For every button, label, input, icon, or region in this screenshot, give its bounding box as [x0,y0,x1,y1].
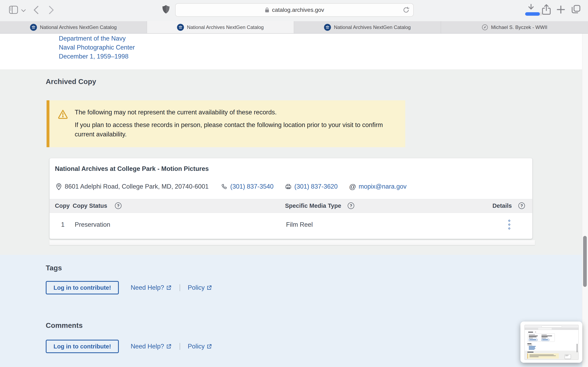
fax-icon [285,183,292,190]
archived-copy-section: Archived Copy The following may not repr… [0,69,588,255]
fax-link[interactable]: (301) 837-3620 [294,183,338,190]
screenshot-thumbnail[interactable] [520,322,582,363]
external-link-icon [207,285,212,290]
phone-link[interactable]: (301) 837-3540 [230,183,274,190]
table-row: 1 Preservation Film Reel [50,213,532,239]
warning-icon [58,109,68,120]
comments-heading: Comments [46,321,83,329]
availability-warning: The following may not represent the curr… [47,100,405,147]
shield-icon[interactable] [162,4,170,15]
comments-need-help-link[interactable]: Need Help? [131,343,172,350]
tab-title: National Archives NextGen Catalog [334,25,411,30]
page-content: Department of the Navy Naval Photographi… [0,34,588,367]
safari-compass-favicon [482,24,488,31]
reload-icon[interactable] [403,7,410,14]
external-link-icon [207,344,212,349]
col-copy-status: Copy Status [73,202,107,209]
scrollbar-track [582,34,588,367]
download-progress-bar [525,12,542,16]
phone-icon [221,183,227,190]
creator-links: Department of the Navy Naval Photographi… [59,34,135,61]
warning-line-2: If you plan to access these records in p… [75,120,395,139]
help-icon[interactable]: ? [115,202,121,209]
location-card: National Archives at College Park - Moti… [49,158,532,239]
creator-link-date-range[interactable]: December 1, 1959–1998 [59,52,135,61]
forward-icon[interactable] [47,5,55,15]
lock-icon [265,7,269,13]
new-tab-icon[interactable] [556,5,566,14]
comments-actions: Log in to contribute! Need Help? Policy [46,340,212,353]
chevron-down-icon[interactable] [21,9,26,12]
external-link-icon [166,285,172,290]
location-contact-row: 8601 Adelphi Road, College Park, MD, 207… [56,182,406,191]
cell-media-type: Film Reel [286,221,313,228]
tab-title: Michael S. Byczek - WWII [491,25,547,30]
archived-copy-heading: Archived Copy [46,77,96,86]
creator-section: Department of the Navy Naval Photographi… [0,34,588,69]
tab-bar: National Archives NextGen Catalog Nation… [0,21,588,34]
divider [180,284,180,291]
creator-link-naval-photo-center[interactable]: Naval Photographic Center [59,43,135,52]
external-link-icon [166,344,172,349]
email-link[interactable]: mopix@nara.gov [359,183,406,190]
tab-nara-3[interactable]: National Archives NextGen Catalog [294,21,441,33]
help-icon[interactable]: ? [518,202,525,209]
help-icon[interactable]: ? [348,202,354,209]
location-address: 8601 Adelphi Road, College Park, MD, 207… [65,183,209,190]
location-name: National Archives at College Park - Moti… [55,165,209,173]
comments-policy-link[interactable]: Policy [188,343,212,350]
back-icon[interactable] [32,5,40,15]
copies-table-header: Copy Copy Status ? Specific Media Type ?… [50,199,532,213]
warning-line-1: The following may not represent the curr… [75,108,277,117]
tab-title: National Archives NextGen Catalog [40,25,117,30]
card-footer-strip [49,240,535,245]
tags-need-help-link[interactable]: Need Help? [131,284,172,291]
col-specific-media-type: Specific Media Type [285,202,341,209]
sidebar-icon[interactable] [9,6,18,14]
scrollbar-thumb[interactable] [583,236,587,287]
col-details: Details [493,202,512,209]
nara-columns-favicon [177,24,184,31]
browser-toolbar: catalog.archives.gov [0,0,588,21]
nara-columns-favicon [30,24,37,31]
at-icon: @ [349,183,356,191]
divider [180,343,180,350]
contribution-section: Tags Log in to contribute! Need Help? Po… [0,255,588,367]
tab-title: National Archives NextGen Catalog [187,25,264,30]
download-progress-icon[interactable] [526,3,536,12]
tags-actions: Log in to contribute! Need Help? Policy [46,281,212,294]
col-copy: Copy [55,202,70,209]
share-icon[interactable] [541,4,551,16]
location-pin-icon [56,183,62,190]
tags-policy-link[interactable]: Policy [188,284,212,291]
tab-nara-2-active[interactable]: National Archives NextGen Catalog [147,21,294,33]
screenshot-thumbnail-content [525,325,579,360]
address-bar[interactable]: catalog.archives.gov [175,3,414,17]
tags-heading: Tags [46,264,62,272]
nara-columns-favicon [324,24,331,31]
comments-login-button[interactable]: Log in to contribute! [46,340,119,353]
tags-login-button[interactable]: Log in to contribute! [46,281,119,294]
tab-nara-1[interactable]: National Archives NextGen Catalog [0,21,147,33]
tab-overview-icon[interactable] [571,4,581,15]
cell-copy-status: Preservation [75,221,110,228]
tab-byczek-wwii[interactable]: Michael S. Byczek - WWII [441,21,588,33]
kebab-menu-icon[interactable] [508,220,510,229]
url-text: catalog.archives.gov [272,7,324,13]
cell-copy: 1 [61,221,65,228]
creator-link-dept-navy[interactable]: Department of the Navy [59,34,135,43]
